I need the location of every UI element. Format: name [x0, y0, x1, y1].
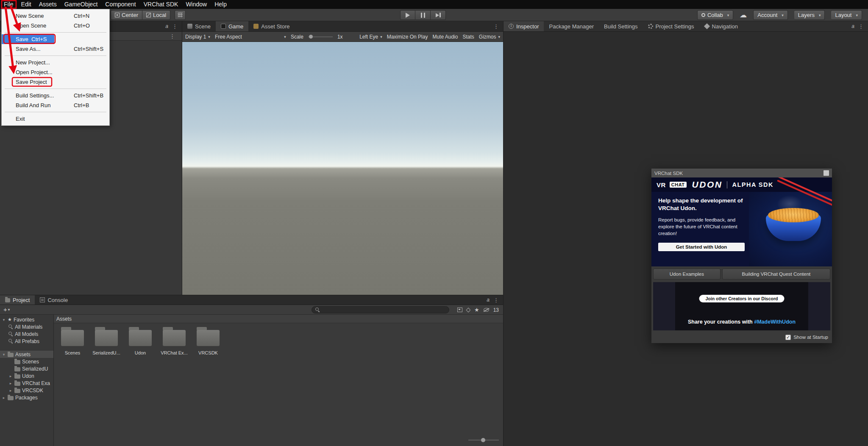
step-button[interactable] — [431, 10, 446, 20]
chevron-down-icon: ▾ — [380, 35, 382, 39]
create-asset-button[interactable]: + ▾ — [3, 306, 10, 313]
pause-button[interactable] — [415, 10, 431, 20]
menu-item-build-settings[interactable]: Build Settings... Ctrl+Shift+B — [2, 91, 109, 100]
panel-menu-icon[interactable]: ⋮ — [172, 23, 178, 30]
eye-dropdown[interactable]: Left Eye ▾ — [359, 34, 382, 40]
foldout-closed-icon[interactable]: ▸ — [8, 374, 13, 378]
project-search[interactable] — [312, 306, 449, 313]
udon-examples-button[interactable]: Udon Examples — [653, 269, 721, 280]
close-icon[interactable] — [823, 170, 829, 176]
game-viewport[interactable] — [182, 42, 503, 295]
pivot-center-button[interactable]: Center — [111, 10, 142, 20]
tab-project-settings[interactable]: Project Settings — [643, 21, 699, 31]
menu-edit[interactable]: Edit — [17, 0, 35, 9]
account-dropdown[interactable]: Account ▾ — [753, 10, 788, 20]
tab-build-settings[interactable]: Build Settings — [599, 21, 643, 31]
asset-folder-udon[interactable]: Udon — [123, 327, 157, 355]
foldout-closed-icon[interactable]: ▸ — [2, 396, 6, 400]
tab-game[interactable]: Game — [216, 21, 248, 31]
stats-toggle[interactable]: Stats — [462, 34, 474, 40]
display-dropdown[interactable]: Display 1 ▾ — [185, 34, 210, 40]
open-asset-icon[interactable] — [457, 307, 462, 312]
menu-item-exit[interactable]: Exit — [2, 114, 109, 124]
tab-project[interactable]: Project — [0, 295, 35, 305]
panel-menu-icon[interactable]: ⋮ — [493, 297, 499, 303]
asset-folder-vrchat-examples[interactable]: VRChat Ex... — [157, 327, 191, 355]
tree-item-all-prefabs[interactable]: All Prefabs — [0, 338, 53, 345]
tree-item-assets[interactable]: ▾ Assets — [0, 351, 53, 358]
asset-folder-scenes[interactable]: Scenes — [56, 327, 89, 355]
scale-slider[interactable] — [308, 34, 333, 39]
tree-item-vrcsdk[interactable]: ▸ VRCSDK — [0, 387, 53, 394]
menu-item-save-project[interactable]: Save Project — [2, 77, 109, 87]
lock-icon[interactable]: a — [851, 23, 854, 29]
get-started-button[interactable]: Get Started with Udon — [658, 243, 745, 251]
snap-settings-button[interactable] — [175, 10, 186, 20]
tab-inspector[interactable]: Inspector — [504, 21, 544, 31]
panel-menu-icon[interactable]: ⋮ — [858, 23, 864, 30]
menu-gameobject[interactable]: GameObject — [61, 0, 102, 9]
panel-menu-icon[interactable]: ⋮ — [493, 23, 499, 30]
quest-content-button[interactable]: Building VRChat Quest Content — [722, 269, 830, 280]
layers-dropdown[interactable]: Layers ▾ — [794, 10, 825, 20]
pivot-icon — [115, 13, 120, 17]
discord-button[interactable]: Join other Creators in our Discord — [699, 295, 785, 302]
show-at-startup-checkbox[interactable]: ✓ — [785, 335, 791, 340]
foldout-closed-icon[interactable]: ▸ — [8, 381, 13, 385]
tree-item-all-models[interactable]: All Models — [0, 330, 53, 338]
menu-item-save-as[interactable]: Save As... Ctrl+Shift+S — [2, 44, 109, 54]
menu-help[interactable]: Help — [211, 0, 231, 9]
tab-scene[interactable]: Scene — [182, 21, 216, 31]
foldout-open-icon[interactable]: ▾ — [2, 352, 6, 357]
label-icon[interactable] — [466, 307, 470, 312]
asset-folder-vrcsdk[interactable]: VRCSDK — [191, 327, 225, 355]
menu-item-build-and-run[interactable]: Build And Run Ctrl+B — [2, 100, 109, 110]
tab-package-manager[interactable]: Package Manager — [544, 21, 599, 31]
asset-folder-serializedudon[interactable]: SerializedU... — [89, 327, 123, 355]
menu-item-open-project[interactable]: Open Project... — [2, 67, 109, 77]
aspect-dropdown[interactable]: Free Aspect ▾ — [215, 34, 286, 40]
tree-item-favorites[interactable]: ▾ ★ Favorites — [0, 316, 53, 323]
menu-file[interactable]: File — [0, 0, 17, 9]
layout-dropdown[interactable]: Layout ▾ — [831, 10, 862, 20]
cloud-services-icon[interactable]: ☁ — [740, 10, 747, 20]
tree-item-all-materials[interactable]: All Materials — [0, 323, 53, 330]
tree-item-serializedudon[interactable]: SerializedU — [0, 365, 53, 372]
handle-local-button[interactable]: Local — [142, 10, 170, 20]
play-button[interactable] — [400, 10, 415, 20]
menu-item-open-scene[interactable]: Open Scene Ctrl+O — [2, 21, 109, 30]
tab-asset-store[interactable]: Asset Store — [248, 21, 295, 31]
menu-item-new-scene[interactable]: New Scene Ctrl+N — [2, 11, 109, 21]
search-input[interactable] — [323, 307, 445, 313]
mute-audio-toggle[interactable]: Mute Audio — [432, 34, 458, 40]
folder-icon — [14, 367, 20, 371]
tree-item-packages[interactable]: ▸ Packages — [0, 394, 53, 401]
menu-item-save[interactable]: Save Ctrl+S — [2, 34, 109, 44]
slider-knob[interactable] — [481, 438, 485, 442]
hidden-items-icon[interactable] — [484, 308, 489, 312]
tree-item-vrchat-examples[interactable]: ▸ VRChat Exa — [0, 380, 53, 387]
gizmos-dropdown[interactable]: Gizmos ▾ — [479, 34, 500, 40]
menu-assets[interactable]: Assets — [35, 0, 61, 9]
slider-knob[interactable] — [309, 35, 313, 39]
panel-menu-icon[interactable]: ⋮ — [170, 33, 175, 39]
menu-item-new-project[interactable]: New Project... — [2, 58, 109, 67]
hashtag-link[interactable]: #MadeWithUdon — [754, 319, 796, 325]
lock-icon[interactable]: a — [165, 23, 168, 29]
menu-vrchat-sdk[interactable]: VRChat SDK — [140, 0, 182, 9]
collab-dropdown[interactable]: Collab ▾ — [697, 10, 733, 20]
tree-item-scenes[interactable]: Scenes — [0, 358, 53, 365]
tab-navigation[interactable]: Navigation — [699, 21, 743, 31]
tree-item-udon[interactable]: ▸ Udon — [0, 372, 53, 380]
foldout-open-icon[interactable]: ▾ — [2, 318, 6, 322]
foldout-closed-icon[interactable]: ▸ — [8, 388, 13, 393]
maximize-on-play-toggle[interactable]: Maximize On Play — [387, 34, 428, 40]
vrchat-window-titlebar[interactable]: VRChat SDK — [651, 169, 832, 177]
thumbnail-size-slider[interactable] — [468, 438, 499, 442]
project-panel: Project Console a ⋮ + ▾ ★ 13 — [0, 295, 503, 446]
menu-component[interactable]: Component — [101, 0, 139, 9]
tab-console[interactable]: Console — [35, 295, 73, 305]
favorite-icon[interactable]: ★ — [474, 307, 479, 313]
lock-icon[interactable]: a — [487, 297, 490, 303]
menu-window[interactable]: Window — [182, 0, 211, 9]
